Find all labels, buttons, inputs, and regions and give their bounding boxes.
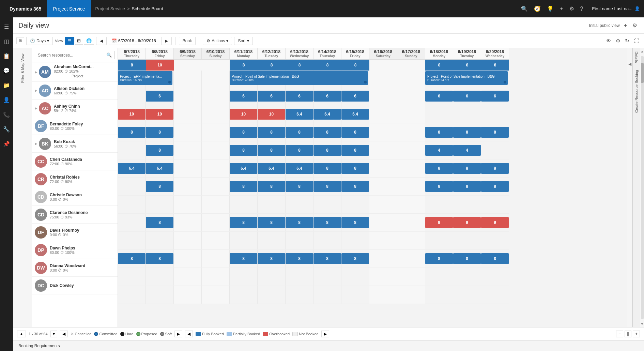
zoom-in-button[interactable]: + bbox=[633, 331, 640, 337]
booking-block[interactable]: 6 bbox=[341, 91, 369, 102]
zoom-out-button[interactable]: − bbox=[616, 331, 623, 337]
booking-block[interactable]: 8 bbox=[230, 253, 257, 264]
booking-block[interactable]: 8 bbox=[341, 163, 369, 174]
details-sidebar[interactable]: Details Create Resource Booking bbox=[632, 48, 640, 327]
grid-cell[interactable] bbox=[341, 196, 369, 213]
grid-cell[interactable] bbox=[202, 105, 230, 123]
booking-block[interactable]: 6 bbox=[481, 91, 509, 102]
grid-cell[interactable] bbox=[258, 232, 286, 249]
grid-cell[interactable] bbox=[425, 105, 453, 123]
scroll-down-arrow[interactable]: ▼ bbox=[641, 321, 644, 327]
list-view-button[interactable]: ☰ bbox=[65, 37, 74, 45]
resource-row[interactable]: BF Bernadette Foley 80:00 ⏱ 100% bbox=[32, 117, 118, 135]
grid-cell[interactable]: 8 bbox=[146, 141, 174, 159]
booking-block[interactable]: 8 bbox=[230, 181, 257, 192]
booking-block[interactable]: 8 bbox=[230, 145, 257, 156]
project-bar[interactable]: Project - Point of Sale Implementation -… bbox=[425, 71, 508, 85]
collapse-bottom-button[interactable]: ▲ bbox=[17, 331, 26, 337]
grid-cell[interactable]: 8 bbox=[146, 178, 174, 195]
grid-cell[interactable] bbox=[481, 232, 509, 249]
booking-block[interactable]: 6.4 bbox=[146, 163, 173, 174]
grid-cell[interactable]: 8 bbox=[258, 178, 286, 195]
grid-cell[interactable] bbox=[118, 178, 146, 195]
grid-cell[interactable]: 8 bbox=[230, 123, 258, 141]
grid-cell[interactable] bbox=[174, 268, 202, 286]
grid-cell[interactable] bbox=[174, 232, 202, 249]
settings-button[interactable]: ⚙ bbox=[631, 21, 639, 30]
grid-cell[interactable] bbox=[118, 196, 146, 213]
grid-cell[interactable]: 8 bbox=[425, 250, 453, 268]
grid-cell[interactable] bbox=[118, 214, 146, 231]
sort-button[interactable]: Sort ▾ bbox=[234, 37, 252, 45]
grid-cell[interactable] bbox=[369, 250, 397, 268]
grid-cell[interactable] bbox=[286, 196, 313, 213]
sidebar-person-icon[interactable]: 👤 bbox=[0, 93, 13, 107]
user-menu[interactable]: First name Last na... 👤 bbox=[592, 6, 640, 11]
resource-row[interactable]: CC Cheri Castaneda 72:00 ⏱ 90% bbox=[32, 153, 118, 170]
grid-cell[interactable]: 8 bbox=[286, 250, 313, 268]
booking-block[interactable]: 6.4 bbox=[341, 109, 369, 120]
booking-block[interactable]: 8 bbox=[313, 163, 341, 174]
booking-block[interactable]: 8 bbox=[258, 217, 285, 228]
booking-block[interactable]: 6 bbox=[453, 91, 481, 102]
grid-cell[interactable]: 8 bbox=[286, 123, 313, 141]
grid-cell[interactable] bbox=[453, 268, 481, 286]
resource-row[interactable]: ▶ BK Bob Kozak 56:00 ⏱ 70% bbox=[32, 135, 118, 153]
booking-block[interactable]: 8 bbox=[313, 127, 341, 138]
grid-cell[interactable] bbox=[174, 123, 202, 141]
grid-cell[interactable]: 8 bbox=[118, 250, 146, 268]
booking-block[interactable]: 8 bbox=[425, 127, 453, 138]
search-input[interactable] bbox=[38, 53, 106, 58]
sidebar-schedule-icon[interactable]: 📋 bbox=[0, 49, 13, 63]
booking-block[interactable]: 9 bbox=[453, 217, 481, 228]
grid-cell[interactable]: 4 bbox=[425, 141, 453, 159]
grid-cell[interactable] bbox=[202, 159, 230, 177]
grid-cell[interactable]: 6.4 bbox=[118, 159, 146, 177]
sidebar-folder-icon[interactable]: 📁 bbox=[0, 79, 13, 92]
grid-cell[interactable]: 8 bbox=[453, 123, 481, 141]
booking-block[interactable]: 6.4 bbox=[286, 163, 313, 174]
booking-block[interactable]: 8 bbox=[481, 163, 509, 174]
grid-cell[interactable] bbox=[397, 178, 425, 195]
expand-pagination-button[interactable]: ▾ bbox=[50, 331, 57, 337]
booking-block[interactable]: 10 bbox=[118, 109, 145, 120]
booking-block[interactable]: 8 bbox=[146, 253, 173, 264]
booking-block[interactable]: 9 bbox=[481, 217, 509, 228]
expand-icon[interactable]: ▶ bbox=[35, 89, 37, 92]
booking-block[interactable]: 8 bbox=[425, 163, 453, 174]
booking-block[interactable]: 8 bbox=[146, 127, 173, 138]
resource-row[interactable]: ▶ AD Allison Dickson 60:00 ⏱ 75% bbox=[32, 82, 118, 100]
booking-block[interactable]: 8 bbox=[230, 217, 257, 228]
grid-cell[interactable]: 6.4 bbox=[286, 105, 313, 123]
grid-cell[interactable]: 6.4 bbox=[313, 105, 341, 123]
grid-cell[interactable]: 8 bbox=[425, 178, 453, 195]
grid-cell[interactable] bbox=[397, 141, 425, 159]
grid-cell[interactable] bbox=[341, 232, 369, 249]
grid-cell[interactable] bbox=[425, 196, 453, 213]
grid-cell[interactable]: 6.4 bbox=[341, 105, 369, 123]
grid-cell[interactable]: 8 bbox=[481, 250, 509, 268]
grid-cell[interactable] bbox=[397, 214, 425, 231]
breadcrumb-parent[interactable]: Project Service bbox=[95, 6, 125, 11]
next-button[interactable]: ▶ bbox=[161, 37, 172, 45]
booking-block[interactable]: 8 bbox=[313, 145, 341, 156]
grid-cell[interactable]: 8 bbox=[313, 214, 341, 231]
grid-cell[interactable]: 8 bbox=[341, 178, 369, 195]
grid-cell[interactable] bbox=[425, 268, 453, 286]
project-bar[interactable]: Project - ERP Implementa...Duration: 16 … bbox=[118, 71, 172, 85]
expand-icon[interactable]: ▶ bbox=[35, 70, 37, 74]
booking-block[interactable]: 8 bbox=[258, 181, 285, 192]
grid-cell[interactable]: 9 bbox=[453, 214, 481, 231]
grid-cell[interactable] bbox=[397, 123, 425, 141]
grid-cell[interactable]: 8 bbox=[230, 178, 258, 195]
grid-cell[interactable] bbox=[174, 105, 202, 123]
booking-block[interactable]: 8 bbox=[453, 163, 481, 174]
booking-block[interactable]: 8 bbox=[481, 127, 509, 138]
grid-cell[interactable]: 8 bbox=[230, 214, 258, 231]
grid-cell[interactable]: 8 bbox=[313, 178, 341, 195]
grid-cell[interactable] bbox=[453, 105, 481, 123]
help-icon[interactable]: ? bbox=[580, 6, 583, 12]
grid-cell[interactable]: 8 bbox=[258, 123, 286, 141]
grid-cell[interactable] bbox=[174, 214, 202, 231]
booking-block[interactable]: 6 bbox=[286, 91, 313, 102]
